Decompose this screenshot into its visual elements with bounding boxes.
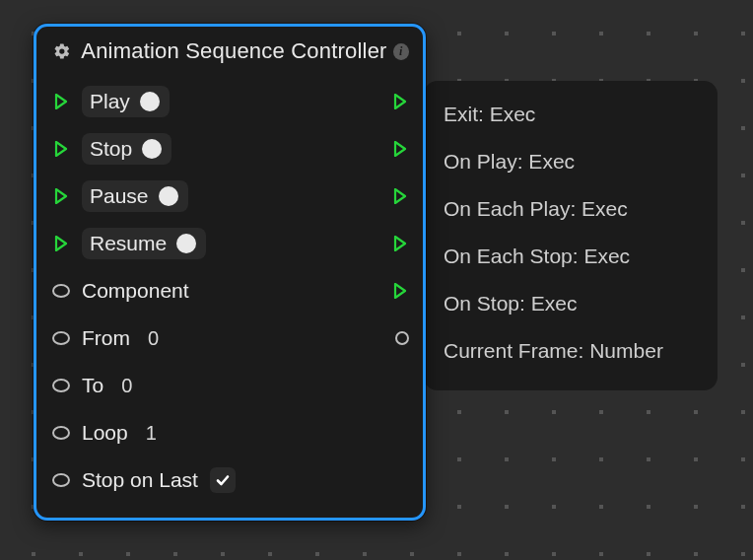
output-exit[interactable]: Exit: Exec xyxy=(424,91,718,138)
exec-out-port[interactable] xyxy=(391,140,409,158)
node-title: Animation Sequence Controller xyxy=(81,38,386,64)
exec-in-port[interactable] xyxy=(52,235,70,252)
resume-chip: Resume xyxy=(82,228,206,259)
input-row-resume: Resume xyxy=(36,220,423,267)
output-label: On Stop: Exec xyxy=(444,292,577,315)
output-panel[interactable]: Exit: Exec On Play: Exec On Each Play: E… xyxy=(424,81,718,390)
data-in-port[interactable] xyxy=(52,284,70,298)
input-row-stop-on-last: Stop on Last xyxy=(36,456,423,504)
input-label: Loop xyxy=(82,421,128,445)
output-on-each-stop[interactable]: On Each Stop: Exec xyxy=(424,233,718,280)
output-on-play[interactable]: On Play: Exec xyxy=(424,138,718,185)
output-label: Exit: Exec xyxy=(444,103,535,126)
data-in-port[interactable] xyxy=(52,473,70,487)
input-label: Play xyxy=(90,90,130,113)
data-out-port[interactable] xyxy=(395,331,409,345)
stop-chip: Stop xyxy=(82,133,171,165)
node-canvas[interactable]: Exit: Exec On Play: Exec On Each Play: E… xyxy=(0,0,753,560)
exec-in-port[interactable] xyxy=(52,140,70,158)
data-in-port[interactable] xyxy=(52,426,70,440)
exec-out-port[interactable] xyxy=(391,235,409,252)
exec-out-port[interactable] xyxy=(391,93,409,110)
input-label: Component xyxy=(82,279,189,303)
input-rows: Play Stop xyxy=(36,74,423,518)
input-row-from: From xyxy=(36,315,423,362)
output-on-each-play[interactable]: On Each Play: Exec xyxy=(424,185,718,233)
input-label: From xyxy=(82,326,130,350)
input-label: Stop xyxy=(90,137,132,161)
play-chip: Play xyxy=(82,86,170,117)
dot-button[interactable] xyxy=(176,234,196,253)
exec-in-port[interactable] xyxy=(52,187,70,205)
input-label: Resume xyxy=(90,232,167,255)
input-row-component: Component xyxy=(36,267,423,315)
animation-sequence-controller-node[interactable]: Animation Sequence Controller i Play xyxy=(34,24,426,521)
output-label: Current Frame: Number xyxy=(444,339,663,363)
output-label: On Play: Exec xyxy=(444,150,575,174)
input-label: Stop on Last xyxy=(82,468,198,492)
exec-in-port[interactable] xyxy=(52,93,70,110)
input-row-pause: Pause xyxy=(36,173,423,220)
to-input[interactable] xyxy=(115,371,155,401)
node-header[interactable]: Animation Sequence Controller i xyxy=(36,27,423,74)
dot-button[interactable] xyxy=(140,92,160,111)
input-row-to: To xyxy=(36,362,423,409)
dot-button[interactable] xyxy=(159,186,178,206)
stop-on-last-checkbox[interactable] xyxy=(210,467,236,493)
exec-out-port[interactable] xyxy=(391,187,409,205)
dot-button[interactable] xyxy=(142,139,162,159)
output-label: On Each Stop: Exec xyxy=(444,245,630,268)
input-row-play: Play xyxy=(36,78,423,125)
input-row-stop: Stop xyxy=(36,125,423,173)
input-row-loop: Loop xyxy=(36,409,423,456)
data-in-port[interactable] xyxy=(52,331,70,345)
output-on-stop[interactable]: On Stop: Exec xyxy=(424,280,718,327)
output-current-frame[interactable]: Current Frame: Number xyxy=(424,327,718,375)
pause-chip: Pause xyxy=(82,180,188,212)
info-icon[interactable]: i xyxy=(393,43,409,60)
gear-icon[interactable] xyxy=(52,41,71,61)
from-input[interactable] xyxy=(142,323,181,354)
output-label: On Each Play: Exec xyxy=(444,197,628,221)
input-label: To xyxy=(82,374,103,397)
exec-out-port[interactable] xyxy=(391,282,409,300)
input-label: Pause xyxy=(90,184,149,208)
data-in-port[interactable] xyxy=(52,379,70,392)
loop-input[interactable] xyxy=(140,418,179,449)
